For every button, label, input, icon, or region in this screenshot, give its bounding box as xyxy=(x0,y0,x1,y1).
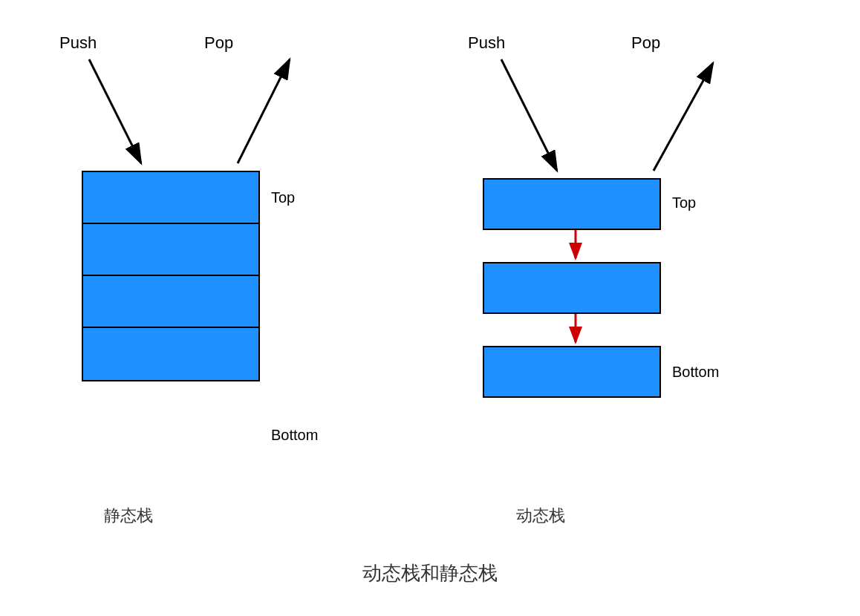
svg-line-8 xyxy=(501,59,557,171)
left-caption: 静态栈 xyxy=(104,505,153,527)
right-caption: 动态栈 xyxy=(516,505,565,527)
stack-block-1 xyxy=(83,172,258,224)
red-arrow-2 xyxy=(564,312,587,346)
right-bottom-label: Bottom xyxy=(672,364,719,381)
page-title: 动态栈和静态栈 xyxy=(362,560,498,586)
svg-line-9 xyxy=(654,63,713,171)
dynamic-block-3 xyxy=(483,346,661,398)
svg-line-3 xyxy=(238,59,290,163)
static-stack xyxy=(82,171,260,381)
stack-block-4 xyxy=(83,328,258,380)
left-bottom-label: Bottom xyxy=(271,427,318,444)
left-diagram: Push Pop Top Bottom 静态栈 xyxy=(45,22,327,542)
stack-block-2 xyxy=(83,224,258,276)
right-diagram: Push Pop xyxy=(460,22,758,542)
stack-block-3 xyxy=(83,276,258,328)
right-top-label: Top xyxy=(672,194,696,212)
dynamic-block-2 xyxy=(483,262,661,314)
svg-line-2 xyxy=(89,59,141,163)
left-top-label: Top xyxy=(271,189,295,206)
dynamic-block-1 xyxy=(483,178,661,230)
red-arrow-1 xyxy=(564,229,587,262)
